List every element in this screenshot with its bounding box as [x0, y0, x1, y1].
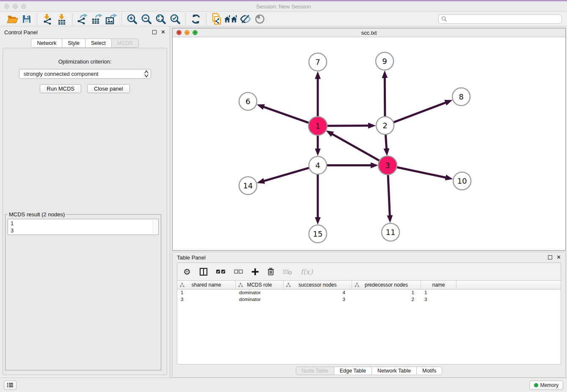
network-graph[interactable]: 7968124314101511	[173, 37, 565, 250]
float-panel-icon[interactable]	[152, 30, 157, 34]
search-field[interactable]	[438, 14, 562, 24]
tab-style[interactable]: Style	[62, 39, 85, 48]
column-header-predecessor-nodes[interactable]: predecessor nodes	[352, 281, 421, 289]
node-8[interactable]: 8	[452, 88, 470, 106]
import-network-button[interactable]	[40, 13, 55, 25]
optimization-criterion-dropdown[interactable]: strongly connected component	[19, 69, 151, 79]
tab-select[interactable]: Select	[85, 39, 111, 48]
node-6[interactable]: 6	[239, 93, 257, 110]
hide-panels-button[interactable]	[238, 13, 253, 25]
edge-3-to-1[interactable]	[332, 134, 380, 161]
table-settings-gear-icon[interactable]: ⚙	[183, 267, 191, 277]
node-15[interactable]: 15	[309, 225, 327, 243]
zoom-selected-button[interactable]	[168, 13, 182, 25]
node-11[interactable]: 11	[382, 224, 399, 241]
network-close-button[interactable]: ✕	[176, 30, 182, 35]
optimization-criterion-label: Optimization criterion:	[3, 58, 167, 65]
edge-3-to-10[interactable]	[396, 167, 446, 178]
tab-node-table[interactable]: Node Table	[296, 367, 334, 375]
result-scrollbar[interactable]	[153, 220, 158, 234]
control-panel: Control Panel ✕ NetworkStyleSelectMCDS O…	[0, 26, 170, 378]
add-column-icon[interactable]	[251, 268, 259, 276]
list-icon	[7, 382, 14, 388]
column-header-shared-name[interactable]: shared name	[177, 281, 236, 289]
column-header-successor-nodes[interactable]: successor nodes	[284, 281, 352, 289]
tab-network[interactable]: Network	[31, 39, 62, 48]
network-minimize-button[interactable]: −	[184, 30, 190, 35]
copy-network-icon	[211, 13, 222, 25]
network-view-window: scc.txt ✕ − + 7	[172, 28, 566, 251]
save-session-button[interactable]	[19, 13, 34, 25]
network-canvas[interactable]: 7968124314101511	[173, 37, 565, 250]
cell-name[interactable]: 1	[421, 290, 457, 296]
import-table-button[interactable]	[55, 13, 69, 25]
hide-panels-icon	[239, 14, 251, 24]
cell-shared-name[interactable]: 1	[177, 290, 236, 296]
node-9[interactable]: 9	[376, 52, 394, 70]
node-7[interactable]: 7	[309, 53, 327, 71]
toolbar-separator	[72, 13, 72, 25]
edge-3-to-11[interactable]	[388, 174, 390, 215]
node-10[interactable]: 10	[453, 172, 471, 190]
cell-predecessor-nodes[interactable]: 2	[352, 296, 421, 303]
zoom-out-button[interactable]	[139, 13, 154, 25]
toolbar-separator	[121, 13, 122, 25]
tab-network-table[interactable]: Network Table	[372, 367, 416, 375]
refresh-view-button[interactable]	[189, 13, 203, 25]
edge-2-to-9[interactable]	[385, 77, 385, 116]
cell-shared-name[interactable]: 3	[177, 296, 236, 303]
node-4[interactable]: 4	[309, 157, 327, 174]
export-network-button[interactable]	[75, 13, 90, 25]
table-header-row: shared name MCDS role successor nodes pr…	[177, 281, 561, 290]
edge-2-to-8[interactable]	[394, 102, 446, 122]
memory-button[interactable]: Memory	[529, 381, 563, 390]
svg-text:6: 6	[245, 97, 250, 106]
tab-edge-table[interactable]: Edge Table	[334, 367, 372, 375]
open-session-button[interactable]	[5, 13, 19, 25]
edge-1-to-2[interactable]	[327, 126, 369, 126]
tab-motifs[interactable]: Motifs	[416, 367, 442, 375]
column-header-mcds-role[interactable]: MCDS role	[236, 281, 284, 289]
column-header-name[interactable]: name	[421, 281, 457, 289]
delete-column-icon[interactable]	[267, 268, 274, 276]
close-panel-button[interactable]: Close panel	[87, 84, 130, 93]
tab-mcds[interactable]: MCDS	[111, 39, 139, 48]
close-table-panel-icon[interactable]: ✕	[556, 255, 561, 259]
panel-selector-button[interactable]	[4, 381, 17, 390]
show-panels-button[interactable]	[253, 13, 267, 25]
zoom-in-icon	[127, 14, 138, 25]
edge-1-to-6[interactable]	[264, 107, 309, 123]
copy-network-button[interactable]	[209, 13, 224, 25]
mcds-result-text[interactable]: 13	[8, 219, 159, 235]
show-columns-icon[interactable]	[199, 268, 208, 276]
network-maximize-button[interactable]: +	[193, 30, 198, 35]
graph-edges[interactable]	[264, 77, 446, 217]
svg-text:15: 15	[313, 229, 323, 238]
cell-successor-nodes[interactable]: 3	[284, 296, 352, 303]
float-table-panel-icon[interactable]	[548, 255, 552, 259]
deselect-all-columns-icon[interactable]	[234, 269, 243, 274]
cell-successor-nodes[interactable]: 4	[284, 290, 352, 296]
cell-name[interactable]: 3	[421, 296, 457, 303]
export-table-button[interactable]	[90, 13, 104, 25]
close-panel-icon[interactable]: ✕	[161, 30, 165, 34]
node-14[interactable]: 14	[239, 177, 257, 195]
zoom-fit-button[interactable]	[154, 13, 168, 25]
cell-mcds-role[interactable]: dominator	[236, 296, 284, 303]
run-mcds-button[interactable]: Run MCDS	[40, 84, 81, 93]
table-row[interactable]: 1dominator411	[177, 290, 561, 296]
network-overview-button[interactable]	[224, 13, 238, 25]
edge-2-to-3[interactable]	[385, 134, 386, 149]
edge-4-to-14[interactable]	[264, 168, 309, 181]
node-3[interactable]: 3	[378, 156, 397, 175]
column-label: MCDS role	[247, 282, 272, 288]
cell-mcds-role[interactable]: dominator	[236, 290, 284, 296]
cell-predecessor-nodes[interactable]: 1	[352, 290, 421, 296]
search-input[interactable]	[449, 16, 559, 22]
zoom-in-button[interactable]	[125, 13, 139, 25]
table-row[interactable]: 3dominator323	[177, 296, 561, 303]
node-2[interactable]: 2	[376, 117, 394, 135]
export-image-button[interactable]	[104, 13, 118, 25]
node-1[interactable]: 1	[308, 117, 327, 135]
select-all-columns-icon[interactable]	[216, 269, 226, 274]
